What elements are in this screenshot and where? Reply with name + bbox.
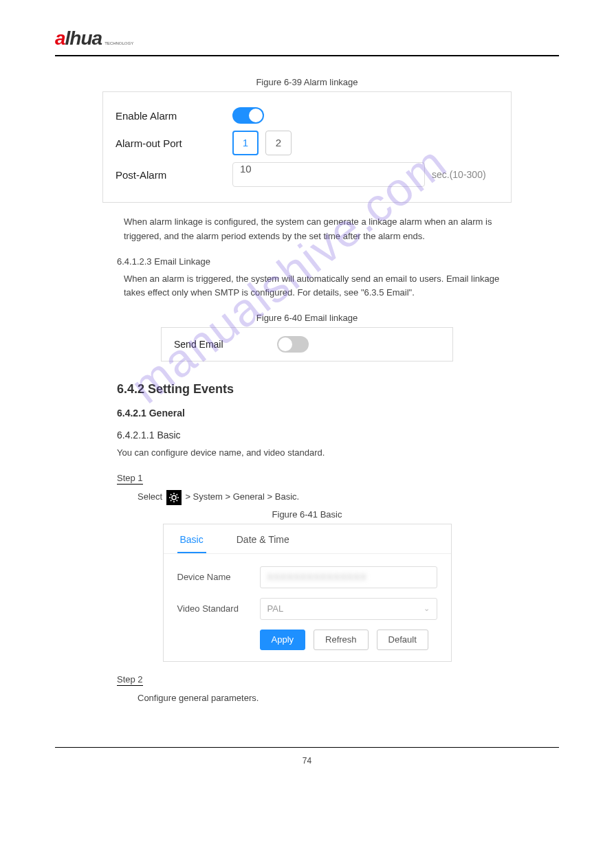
svg-line-6 bbox=[176, 500, 177, 501]
header-logo-row: alhua TECHNOLOGY bbox=[55, 27, 559, 56]
panel-email-linkage: Send Email bbox=[161, 327, 453, 361]
heading-general: 6.4.2.1 General bbox=[117, 408, 559, 419]
select-video-standard[interactable]: PAL ⌄ bbox=[260, 598, 437, 620]
label-enable-alarm: Enable Alarm bbox=[116, 110, 232, 122]
step-1-suffix: > System > General > Basic. bbox=[185, 491, 299, 502]
default-button[interactable]: Default bbox=[377, 630, 428, 650]
apply-button[interactable]: Apply bbox=[260, 630, 306, 650]
logo-subtext: TECHNOLOGY bbox=[105, 41, 133, 45]
input-post-alarm[interactable]: 10 bbox=[232, 162, 425, 187]
chevron-down-icon: ⌄ bbox=[424, 604, 430, 613]
figure-caption-email-linkage: Figure 6-40 Email linkage bbox=[55, 313, 559, 323]
label-alarm-out-port: Alarm-out Port bbox=[116, 137, 232, 149]
text-alarm-linkage-description: When alarm linkage is configured, the sy… bbox=[124, 215, 518, 244]
brand-logo: alhua bbox=[55, 27, 102, 49]
svg-point-0 bbox=[172, 496, 176, 500]
svg-line-8 bbox=[176, 494, 177, 495]
heading-basic: 6.4.2.1.1 Basic bbox=[117, 430, 559, 441]
refresh-button[interactable]: Refresh bbox=[314, 630, 369, 650]
step-2-text: Configure general parameters. bbox=[138, 691, 518, 706]
panel-alarm-linkage: Enable Alarm Alarm-out Port 1 2 Post-Ala… bbox=[102, 91, 512, 203]
label-video-standard: Video Standard bbox=[177, 603, 260, 614]
toggle-knob bbox=[249, 109, 263, 122]
alarm-port-2-button[interactable]: 2 bbox=[265, 131, 292, 155]
step-1-prefix: Select bbox=[138, 491, 165, 502]
tab-date-time[interactable]: Date & Time bbox=[234, 524, 292, 553]
logo-letters-hua: lhua bbox=[65, 27, 102, 49]
label-device-name: Device Name bbox=[177, 572, 260, 582]
logo-letter-a: a bbox=[55, 27, 65, 49]
suffix-post-alarm: sec.(10-300) bbox=[432, 169, 486, 180]
panel-basic-settings: Basic Date & Time Device Name XXXXXXXXXX… bbox=[163, 524, 452, 662]
figure-caption-alarm-linkage: Figure 6-39 Alarm linkage bbox=[55, 77, 559, 87]
footer-rule bbox=[55, 747, 559, 748]
device-name-value: XXXXXXXXXXXXXXX bbox=[267, 572, 367, 582]
gear-icon[interactable] bbox=[166, 490, 182, 505]
video-standard-value: PAL bbox=[267, 603, 284, 614]
tabs-row: Basic Date & Time bbox=[164, 524, 451, 554]
alarm-port-1-button[interactable]: 1 bbox=[232, 131, 259, 155]
step-2-label: Step 2 bbox=[117, 674, 143, 686]
svg-line-7 bbox=[171, 500, 171, 501]
text-basic-description: You can configure device name, and video… bbox=[117, 446, 518, 460]
input-device-name[interactable]: XXXXXXXXXXXXXXX bbox=[260, 566, 437, 588]
tab-basic[interactable]: Basic bbox=[177, 524, 206, 553]
label-post-alarm: Post-Alarm bbox=[116, 169, 232, 181]
figure-caption-basic: Figure 6-41 Basic bbox=[55, 509, 559, 520]
svg-line-5 bbox=[171, 494, 171, 495]
toggle-knob bbox=[278, 337, 292, 351]
step-1-text: Select > System > General > Basic. bbox=[138, 490, 518, 505]
toggle-send-email[interactable] bbox=[277, 336, 309, 353]
step-1-label: Step 1 bbox=[117, 473, 143, 485]
heading-setting-events: 6.4.2 Setting Events bbox=[117, 382, 559, 397]
text-email-linkage-description: When an alarm is triggered, the system w… bbox=[124, 272, 518, 301]
heading-email-linkage: 6.4.1.2.3 Email Linkage bbox=[117, 256, 559, 267]
toggle-enable-alarm[interactable] bbox=[232, 107, 264, 124]
page-number: 74 bbox=[55, 756, 559, 766]
label-send-email: Send Email bbox=[174, 339, 277, 350]
